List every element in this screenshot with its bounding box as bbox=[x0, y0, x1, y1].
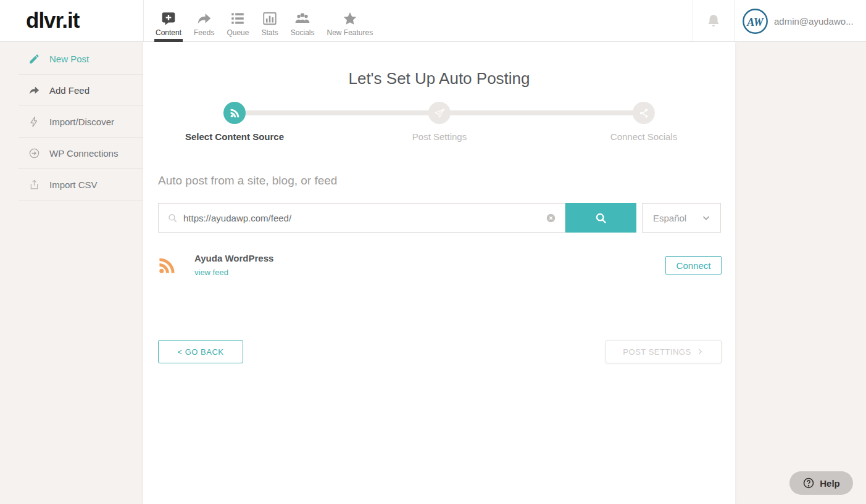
left-sidebar: New Post Add Feed Import/Discover WP Con… bbox=[0, 42, 143, 504]
view-feed-link[interactable]: view feed bbox=[194, 268, 228, 277]
sidebar-item-label: Import CSV bbox=[49, 180, 98, 190]
tab-new-features[interactable]: New Features bbox=[325, 0, 374, 42]
sidebar-item-import-discover[interactable]: Import/Discover bbox=[0, 106, 143, 138]
app-logo[interactable]: dlvr.it bbox=[26, 8, 79, 33]
pencil-icon bbox=[28, 53, 40, 65]
step-label: Connect Socials bbox=[610, 131, 677, 142]
sidebar-item-label: Import/Discover bbox=[49, 117, 114, 127]
account-email: admin@ayudawo... bbox=[774, 16, 854, 27]
people-group-icon bbox=[294, 10, 310, 27]
wizard-content: Auto post from a site, blog, or feed Esp… bbox=[143, 174, 735, 363]
tab-label: Socials bbox=[291, 28, 315, 37]
connect-button[interactable]: Connect bbox=[665, 256, 722, 275]
chevron-right-icon bbox=[696, 347, 704, 356]
question-circle-icon bbox=[802, 477, 815, 489]
step-label: Select Content Source bbox=[185, 131, 284, 142]
sidebar-item-import-csv[interactable]: Import CSV bbox=[0, 169, 143, 200]
tab-label: Stats bbox=[261, 28, 278, 37]
feed-search-row: Español bbox=[158, 203, 722, 233]
rss-icon bbox=[228, 107, 240, 119]
help-button[interactable]: Help bbox=[789, 471, 853, 495]
main-panel: Let's Set Up Auto Posting Select Content… bbox=[143, 42, 735, 504]
login-circle-arrow-icon bbox=[28, 147, 40, 159]
language-selected: Español bbox=[653, 213, 686, 223]
lightning-icon bbox=[28, 116, 40, 128]
upload-box-icon bbox=[28, 179, 40, 191]
post-settings-label: POST SETTINGS bbox=[623, 347, 691, 357]
tab-label: New Features bbox=[327, 28, 373, 37]
feed-result-text: Ayuda WordPress view feed bbox=[194, 253, 273, 278]
tab-stats[interactable]: Stats bbox=[260, 0, 279, 42]
feed-result-row: Ayuda WordPress view feed Connect bbox=[158, 253, 722, 278]
page-title: Let's Set Up Auto Posting bbox=[143, 69, 735, 88]
clear-input-icon[interactable] bbox=[546, 213, 556, 223]
paper-plane-icon bbox=[433, 107, 445, 119]
chevron-down-icon bbox=[701, 212, 712, 223]
star-icon bbox=[342, 10, 358, 27]
step-circle-active[interactable] bbox=[223, 102, 246, 124]
section-heading: Auto post from a site, blog, or feed bbox=[158, 174, 722, 188]
wizard-footer: < GO BACK POST SETTINGS bbox=[158, 340, 722, 363]
tab-feeds[interactable]: Feeds bbox=[193, 0, 215, 42]
tab-content[interactable]: Content bbox=[154, 0, 183, 42]
search-icon bbox=[594, 212, 607, 225]
tab-queue[interactable]: Queue bbox=[225, 0, 250, 42]
sidebar-item-new-post[interactable]: New Post bbox=[0, 43, 143, 75]
sidebar-item-label: WP Connections bbox=[49, 148, 118, 159]
step-circle[interactable] bbox=[428, 102, 451, 124]
forward-arrow-icon bbox=[28, 85, 40, 96]
feed-url-input[interactable] bbox=[183, 213, 540, 223]
sidebar-item-wp-connections[interactable]: WP Connections bbox=[0, 138, 143, 169]
forward-arrow-icon bbox=[196, 10, 212, 27]
tab-label: Feeds bbox=[194, 28, 214, 37]
step-select-content-source: Select Content Source bbox=[185, 102, 284, 142]
svg-text:AW: AW bbox=[746, 15, 764, 28]
step-post-settings: Post Settings bbox=[412, 102, 467, 142]
sidebar-item-label: Add Feed bbox=[49, 85, 90, 96]
sidebar-item-add-feed[interactable]: Add Feed bbox=[0, 75, 143, 106]
notifications-button[interactable] bbox=[693, 0, 735, 42]
post-settings-button[interactable]: POST SETTINGS bbox=[606, 340, 722, 363]
avatar: AW bbox=[743, 9, 768, 34]
rss-icon bbox=[158, 257, 176, 275]
step-label: Post Settings bbox=[412, 131, 467, 142]
sidebar-item-label: New Post bbox=[49, 54, 89, 64]
account-menu[interactable]: AW admin@ayudawo... bbox=[735, 0, 866, 42]
top-header: dlvr.it Content Feeds Queue Stats bbox=[0, 0, 866, 42]
step-connect-socials: Connect Socials bbox=[610, 102, 677, 142]
tab-socials[interactable]: Socials bbox=[289, 0, 316, 42]
language-dropdown[interactable]: Español bbox=[642, 203, 721, 233]
tab-label: Queue bbox=[227, 28, 249, 37]
feed-url-field bbox=[158, 203, 565, 233]
step-circle[interactable] bbox=[633, 102, 655, 124]
bar-chart-icon bbox=[262, 10, 278, 27]
bell-icon bbox=[706, 13, 722, 29]
main-nav: Content Feeds Queue Stats Socials bbox=[154, 0, 374, 42]
search-feed-button[interactable] bbox=[565, 203, 636, 233]
header-divider bbox=[143, 0, 144, 41]
share-nodes-icon bbox=[638, 107, 650, 119]
content-chat-plus-icon bbox=[160, 10, 177, 27]
wizard-stepper: Select Content Source Post Settings Conn… bbox=[223, 102, 655, 143]
search-icon bbox=[167, 213, 178, 223]
feed-title: Ayuda WordPress bbox=[194, 253, 273, 263]
help-label: Help bbox=[820, 478, 840, 489]
list-icon bbox=[230, 10, 246, 27]
go-back-button[interactable]: < GO BACK bbox=[158, 340, 243, 363]
tab-label: Content bbox=[156, 28, 181, 37]
